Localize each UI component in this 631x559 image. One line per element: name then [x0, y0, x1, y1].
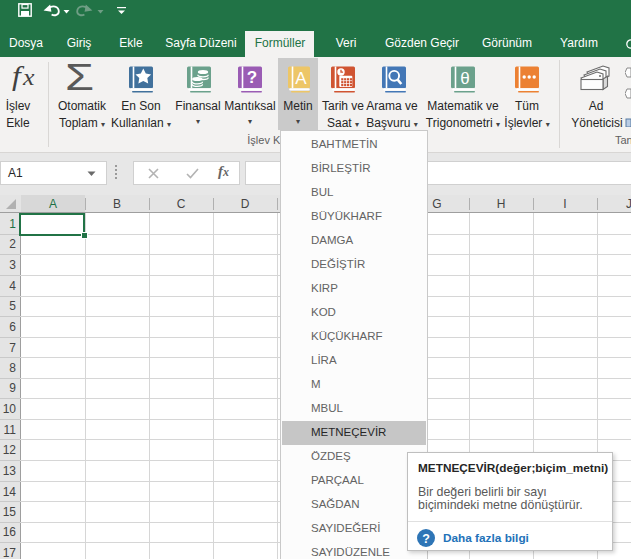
- svg-text:A: A: [295, 69, 307, 88]
- svg-text:?: ?: [247, 68, 257, 87]
- svg-text:θ: θ: [460, 69, 469, 88]
- svg-text:?: ?: [422, 532, 430, 546]
